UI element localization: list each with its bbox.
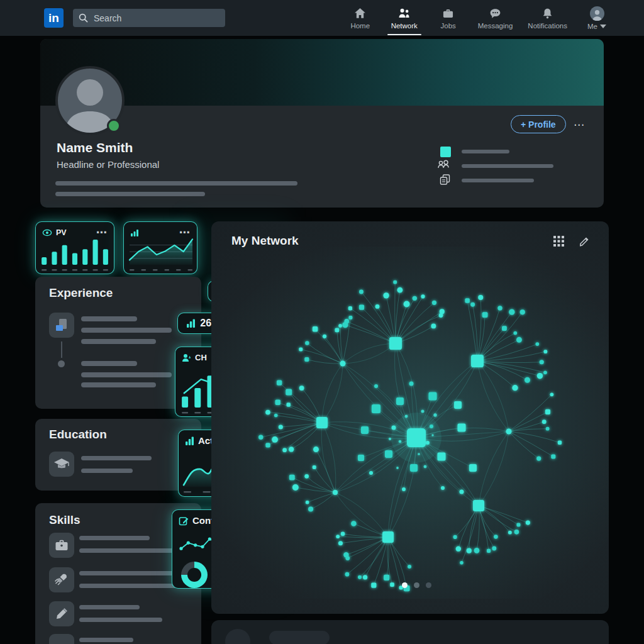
nav-item-network[interactable]: Network bbox=[390, 0, 419, 36]
pv-bar-chart bbox=[39, 237, 111, 272]
pencil-icon[interactable] bbox=[579, 236, 590, 247]
placeholder-bar bbox=[81, 361, 137, 366]
nav-item-home[interactable]: Home bbox=[346, 0, 375, 36]
nav-label: Home bbox=[350, 22, 370, 30]
placeholder-bar bbox=[79, 536, 150, 540]
rocket-icon bbox=[49, 567, 74, 592]
placeholder-bar bbox=[462, 179, 534, 182]
bar-chart-icon bbox=[186, 319, 196, 328]
briefcase-icon bbox=[441, 7, 455, 20]
trend-card: ⋯ bbox=[123, 221, 197, 274]
timeline-dot bbox=[58, 360, 65, 367]
profile-headline: Headline or Professional bbox=[57, 159, 159, 170]
placeholder-bar bbox=[81, 339, 156, 344]
top-nav: in Home Network Jobs bbox=[0, 0, 644, 36]
mini-bars-icon bbox=[185, 436, 194, 445]
placeholder-pill bbox=[269, 631, 330, 644]
my-network-title: My Network bbox=[231, 234, 299, 248]
pencil-icon bbox=[49, 601, 74, 626]
placeholder-bar bbox=[79, 584, 177, 588]
search-icon bbox=[79, 13, 88, 23]
chevron-down-icon bbox=[600, 25, 606, 28]
education-title: Education bbox=[49, 428, 107, 441]
placeholder-bar bbox=[79, 548, 179, 553]
me-avatar bbox=[590, 6, 604, 21]
eye-icon bbox=[42, 229, 52, 236]
people-icon bbox=[438, 160, 452, 170]
mini-bars-icon bbox=[130, 229, 139, 236]
messaging-icon bbox=[489, 7, 502, 20]
placeholder-bar bbox=[55, 192, 205, 196]
company-logo-icon bbox=[49, 313, 74, 338]
pv-card-menu[interactable]: ⋯ bbox=[96, 227, 108, 238]
placeholder-bar bbox=[81, 372, 172, 377]
bell-icon bbox=[541, 7, 554, 20]
profile-card: Name Smith Headline or Professional + Pr… bbox=[40, 39, 604, 208]
carousel-dot[interactable] bbox=[414, 582, 419, 588]
profile-name: Name Smith bbox=[57, 140, 133, 155]
grid-icon[interactable] bbox=[553, 235, 565, 247]
skills-title: Skills bbox=[49, 513, 80, 527]
person-icon bbox=[591, 8, 604, 21]
profile-banner bbox=[40, 39, 604, 106]
placeholder-bar bbox=[81, 316, 137, 321]
nav-label: Messaging bbox=[478, 22, 513, 30]
graduation-cap-icon bbox=[49, 452, 74, 477]
placeholder-bar bbox=[462, 164, 553, 168]
carousel-dot[interactable] bbox=[426, 582, 431, 588]
placeholder-bar bbox=[79, 605, 140, 609]
network-icon bbox=[397, 7, 411, 20]
pv-card: PV ⋯ bbox=[35, 221, 114, 274]
placeholder-bar bbox=[79, 618, 162, 622]
network-graph[interactable] bbox=[211, 247, 609, 599]
placeholder-bar bbox=[55, 181, 297, 186]
nav-item-jobs[interactable]: Jobs bbox=[434, 0, 463, 36]
timeline-line bbox=[61, 341, 62, 358]
feed-card-stub bbox=[211, 620, 609, 644]
my-network-panel: My Network bbox=[211, 221, 609, 614]
add-profile-button[interactable]: + Profile bbox=[511, 115, 566, 133]
online-status-dot bbox=[107, 119, 121, 133]
experience-title: Experience bbox=[49, 286, 113, 300]
profile-overflow-menu[interactable]: ⋯ bbox=[574, 119, 585, 130]
placeholder-bar bbox=[81, 328, 172, 333]
chat-dots-icon bbox=[49, 634, 74, 644]
placeholder-bar bbox=[462, 150, 509, 153]
search-box[interactable] bbox=[73, 9, 225, 27]
person-plus-icon bbox=[182, 353, 191, 362]
avatar bbox=[225, 629, 250, 644]
nav-item-me[interactable]: Me bbox=[582, 0, 611, 36]
home-icon bbox=[353, 7, 367, 20]
placeholder-bar bbox=[79, 638, 133, 642]
nav-label: Jobs bbox=[441, 22, 456, 30]
pv-card-title: PV bbox=[56, 228, 67, 237]
nav-items: Home Network Jobs Messaging bbox=[346, 0, 611, 36]
nav-label: Me bbox=[587, 23, 597, 30]
nav-item-messaging[interactable]: Messaging bbox=[478, 0, 513, 36]
pages-icon bbox=[439, 174, 451, 186]
placeholder-bar bbox=[81, 382, 156, 387]
linkedin-logo[interactable]: in bbox=[44, 8, 64, 28]
donut-chart-1 bbox=[181, 562, 208, 588]
accent-square-bullet bbox=[440, 147, 451, 157]
search-input[interactable] bbox=[92, 13, 219, 24]
nav-item-notifications[interactable]: Notifications bbox=[528, 0, 567, 36]
ch-card-title: CH bbox=[195, 353, 207, 362]
compose-icon bbox=[179, 516, 189, 526]
briefcase-icon bbox=[49, 533, 74, 558]
carousel-dots bbox=[402, 582, 431, 588]
placeholder-bar bbox=[81, 469, 133, 473]
education-section: Education bbox=[35, 419, 201, 491]
nav-label: Network bbox=[391, 22, 418, 30]
nav-label: Notifications bbox=[528, 22, 567, 30]
carousel-dot-active[interactable] bbox=[402, 582, 408, 588]
placeholder-bar bbox=[81, 456, 152, 460]
trend-line-chart bbox=[127, 236, 195, 272]
